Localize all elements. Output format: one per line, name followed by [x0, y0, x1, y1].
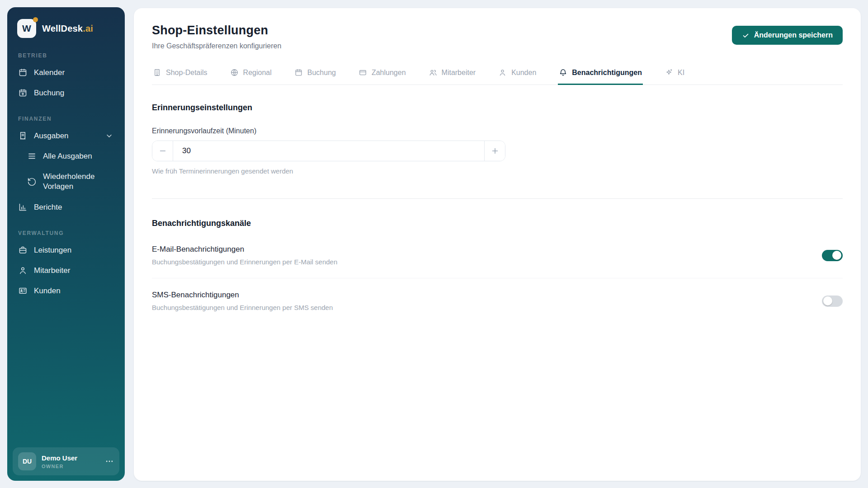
decrement-button[interactable]: [152, 141, 173, 161]
channel-row-sms: SMS-Benachrichtigungen Buchungsbestätigu…: [152, 278, 843, 324]
sidebar-item-label: Alle Ausgaben: [43, 152, 92, 161]
channel-text: SMS-Benachrichtigungen Buchungsbestätigu…: [152, 291, 333, 311]
sms-notifications-toggle[interactable]: [822, 296, 843, 307]
section-divider: [152, 198, 843, 199]
email-notifications-toggle[interactable]: [822, 250, 843, 261]
id-card-icon: [18, 286, 28, 296]
reminder-section-title: Erinnerungseinstellungen: [152, 103, 843, 113]
sidebar-item-label: Leistungen: [34, 246, 71, 255]
channel-list: E-Mail-Benachrichtigungen Buchungsbestät…: [152, 233, 843, 324]
globe-icon: [230, 68, 239, 77]
channel-description: Buchungsbestätigungen und Erinnerungen p…: [152, 258, 337, 266]
channels-section-title: Benachrichtigungskanäle: [152, 219, 843, 228]
bar-chart-icon: [18, 202, 28, 212]
reminder-lead-time-input[interactable]: [173, 141, 484, 161]
sidebar-item-label: Mitarbeiter: [34, 266, 70, 275]
list-icon: [27, 151, 37, 161]
receipt-icon: [18, 131, 28, 141]
page-title: Shop-Einstellungen: [152, 23, 281, 38]
calendar-icon: [294, 68, 303, 77]
sidebar-item-mitarbeiter[interactable]: Mitarbeiter: [14, 260, 118, 281]
briefcase-icon: [18, 245, 28, 255]
brand-tile: W: [17, 19, 36, 38]
check-icon: [742, 32, 750, 39]
tab-content-benachrichtigungen: Erinnerungseinstellungen Erinnerungsvorl…: [152, 85, 843, 324]
sidebar: W WellDesk.ai BETRIEB Kalender Buchung F…: [7, 7, 125, 481]
sidebar-section-betrieb: BETRIEB: [18, 52, 114, 59]
brand-tile-letter: W: [22, 23, 31, 34]
sidebar-item-buchung[interactable]: Buchung: [14, 83, 118, 103]
sidebar-section-finanzen: FINANZEN: [18, 116, 114, 122]
tab-ki[interactable]: KI: [664, 65, 685, 85]
sidebar-item-leistungen[interactable]: Leistungen: [14, 240, 118, 260]
settings-tabs: Shop-Details Regional Buchung Zahlungen …: [152, 65, 843, 85]
brand-dot: [33, 17, 38, 22]
sidebar-item-ausgaben[interactable]: Ausgaben: [14, 126, 118, 146]
toggle-knob: [832, 251, 841, 260]
sidebar-item-label: Ausgaben: [34, 131, 69, 141]
increment-button[interactable]: [484, 141, 505, 161]
tab-zahlungen[interactable]: Zahlungen: [358, 65, 407, 85]
sidebar-section-verwaltung: VERWALTUNG: [18, 230, 114, 236]
sidebar-item-label: Kalender: [34, 68, 65, 77]
save-changes-label: Änderungen speichern: [754, 31, 833, 39]
channel-text: E-Mail-Benachrichtigungen Buchungsbestät…: [152, 245, 337, 266]
tab-benachrichtigungen[interactable]: Benachrichtigungen: [558, 65, 643, 85]
ellipsis-icon[interactable]: [105, 457, 114, 466]
channel-row-email: E-Mail-Benachrichtigungen Buchungsbestät…: [152, 233, 843, 278]
sidebar-item-wiederholende-vorlagen[interactable]: Wiederholende Vorlagen: [14, 166, 118, 197]
user-role-badge: OWNER: [42, 464, 77, 469]
sidebar-item-label: Wiederholende Vorlagen: [43, 172, 97, 192]
toggle-knob: [823, 296, 832, 305]
main-panel: Shop-Einstellungen Ihre Geschäftspräfere…: [134, 8, 861, 481]
repeat-icon: [27, 177, 37, 187]
page-header-text: Shop-Einstellungen Ihre Geschäftspräfere…: [152, 23, 281, 50]
tab-buchung[interactable]: Buchung: [293, 65, 337, 85]
user-card[interactable]: DU Demo User OWNER: [13, 447, 119, 475]
chevron-down-icon[interactable]: [104, 131, 114, 141]
tab-mitarbeiter[interactable]: Mitarbeiter: [428, 65, 477, 85]
sidebar-item-berichte[interactable]: Berichte: [14, 197, 118, 217]
calendar-icon: [18, 68, 28, 77]
brand-logo: W WellDesk.ai: [14, 17, 118, 40]
sidebar-item-label: Kunden: [34, 286, 61, 296]
sidebar-item-kunden[interactable]: Kunden: [14, 281, 118, 301]
user-icon: [498, 68, 507, 77]
building-icon: [153, 68, 161, 77]
credit-card-icon: [359, 68, 367, 77]
bell-icon: [559, 68, 567, 77]
reminder-lead-time-label: Erinnerungsvorlaufzeit (Minuten): [152, 127, 843, 135]
brand-wordmark: WellDesk.ai: [42, 23, 93, 34]
tab-shop-details[interactable]: Shop-Details: [152, 65, 208, 85]
tab-kunden[interactable]: Kunden: [497, 65, 537, 85]
sidebar-item-label: Buchung: [34, 89, 64, 98]
user-name: Demo User: [42, 454, 77, 462]
save-changes-button[interactable]: Änderungen speichern: [732, 26, 843, 45]
user-info: Demo User OWNER: [42, 454, 77, 469]
brand-suffix: .ai: [83, 23, 93, 33]
sidebar-item-kalender[interactable]: Kalender: [14, 62, 118, 83]
channel-description: Buchungsbestätigungen und Erinnerungen p…: [152, 304, 333, 311]
sidebar-item-label: Berichte: [34, 203, 62, 212]
calendar-plus-icon: [18, 88, 28, 98]
users-icon: [429, 68, 437, 77]
reminder-lead-time-stepper: [152, 141, 505, 161]
avatar: DU: [18, 452, 36, 470]
page-header: Shop-Einstellungen Ihre Geschäftspräfere…: [152, 8, 843, 61]
reminder-helper-text: Wie früh Terminerinnerungen gesendet wer…: [152, 167, 843, 175]
sparkles-icon: [665, 68, 673, 77]
tab-regional[interactable]: Regional: [229, 65, 273, 85]
page-subtitle: Ihre Geschäftspräferenzen konfigurieren: [152, 42, 281, 50]
channel-label: SMS-Benachrichtigungen: [152, 291, 333, 300]
user-icon: [18, 266, 28, 275]
channel-label: E-Mail-Benachrichtigungen: [152, 245, 337, 254]
sidebar-item-alle-ausgaben[interactable]: Alle Ausgaben: [14, 146, 118, 166]
